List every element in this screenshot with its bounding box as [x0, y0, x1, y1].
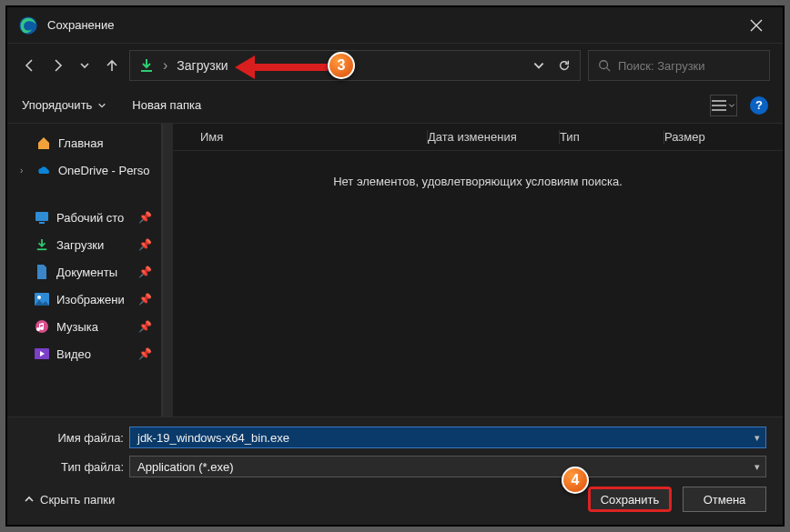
sidebar-item-home[interactable]: Главная: [7, 129, 161, 156]
filename-label: Имя файла:: [49, 431, 124, 445]
sidebar-item-label: Документы: [56, 266, 117, 279]
sidebar-item-label: Загрузки: [56, 238, 104, 252]
filetype-label: Тип файла:: [49, 460, 124, 474]
videos-icon: [35, 346, 49, 361]
toolbar: Упорядочить Новая папка ?: [7, 87, 783, 124]
downloads-icon: [35, 237, 49, 252]
cancel-button[interactable]: Отмена: [683, 487, 766, 512]
hide-folders-toggle[interactable]: Скрыть папки: [24, 493, 115, 507]
pin-icon: 📌: [138, 320, 152, 333]
sidebar-item-pictures[interactable]: Изображени 📌: [7, 286, 161, 313]
nav-forward-button[interactable]: [47, 53, 67, 78]
chevron-down-icon[interactable]: ▾: [755, 461, 760, 473]
new-folder-button[interactable]: Новая папка: [132, 98, 201, 112]
sidebar-item-documents[interactable]: Документы 📌: [7, 258, 161, 286]
footer-row: Скрыть папки Сохранить Отмена: [49, 485, 766, 512]
documents-icon: [35, 265, 49, 279]
filename-row: Имя файла: jdk-19_windows-x64_bin.exe ▾: [49, 427, 766, 448]
column-headers: Имя Дата изменения Тип Размер: [173, 124, 783, 151]
refresh-button[interactable]: [558, 59, 571, 72]
sidebar-item-label: Рабочий сто: [56, 211, 124, 225]
filetype-select[interactable]: Application (*.exe) ▾: [129, 456, 766, 477]
chevron-down-icon[interactable]: ▾: [755, 432, 760, 444]
address-bar[interactable]: › Загрузки: [129, 50, 581, 81]
help-button[interactable]: ?: [750, 96, 768, 115]
sidebar: Главная › OneDrive - Perso Рабочий сто 📌…: [7, 124, 162, 417]
filename-value: jdk-19_windows-x64_bin.exe: [137, 431, 289, 445]
sidebar-item-music[interactable]: Музыка 📌: [7, 313, 161, 340]
svg-point-1: [600, 61, 608, 69]
file-list-area: Имя Дата изменения Тип Размер Нет элемен…: [173, 124, 783, 417]
address-dropdown-icon[interactable]: [532, 59, 545, 72]
svg-rect-3: [39, 222, 45, 224]
home-icon: [36, 136, 51, 150]
organize-label: Упорядочить: [22, 98, 92, 112]
sidebar-item-label: Главная: [58, 136, 103, 150]
search-placeholder: Поиск: Загрузки: [618, 59, 705, 73]
nav-back-button[interactable]: [20, 53, 40, 78]
view-mode-button[interactable]: [710, 95, 737, 116]
expand-icon[interactable]: ›: [20, 166, 29, 176]
organize-menu[interactable]: Упорядочить: [22, 98, 106, 112]
sidebar-item-label: Изображени: [56, 293, 125, 306]
breadcrumb-location[interactable]: Загрузки: [177, 58, 228, 73]
window-title: Сохранение: [47, 18, 115, 32]
svg-point-5: [37, 296, 41, 299]
desktop-icon: [35, 210, 49, 225]
filetype-row: Тип файла: Application (*.exe) ▾: [49, 456, 766, 477]
svg-point-6: [35, 320, 48, 333]
edge-browser-icon: [18, 15, 38, 35]
sidebar-item-videos[interactable]: Видео 📌: [7, 340, 161, 367]
music-icon: [35, 319, 49, 334]
chevron-down-icon: [728, 102, 735, 109]
pictures-icon: [35, 292, 49, 306]
column-name[interactable]: Имя: [200, 130, 428, 144]
column-type[interactable]: Тип: [560, 130, 664, 144]
save-button[interactable]: Сохранить: [588, 487, 672, 512]
titlebar: Сохранение: [7, 7, 783, 44]
pin-icon: 📌: [138, 293, 152, 306]
dialog-body: Главная › OneDrive - Perso Рабочий сто 📌…: [7, 124, 783, 417]
navigation-row: › Загрузки Поиск: Загрузки: [7, 44, 783, 87]
sidebar-item-label: Музыка: [56, 320, 98, 334]
sidebar-item-onedrive[interactable]: › OneDrive - Perso: [7, 156, 161, 184]
nav-up-button[interactable]: [102, 53, 122, 78]
sidebar-item-desktop[interactable]: Рабочий сто 📌: [7, 204, 161, 231]
sidebar-item-label: Видео: [56, 347, 91, 361]
search-icon: [598, 59, 611, 72]
svg-rect-2: [35, 212, 48, 221]
breadcrumb-separator-icon: ›: [163, 57, 167, 74]
filename-input[interactable]: jdk-19_windows-x64_bin.exe ▾: [129, 427, 766, 448]
downloads-folder-icon: [139, 58, 154, 73]
sidebar-scrollbar[interactable]: [162, 124, 173, 417]
hide-folders-label: Скрыть папки: [40, 493, 115, 507]
chevron-up-icon: [24, 494, 35, 505]
pin-icon: 📌: [138, 347, 152, 360]
bottom-panel: Имя файла: jdk-19_windows-x64_bin.exe ▾ …: [7, 417, 783, 525]
onedrive-icon: [36, 163, 51, 177]
chevron-down-icon: [97, 101, 106, 110]
pin-icon: 📌: [138, 211, 152, 224]
nav-recent-dropdown[interactable]: [75, 53, 95, 78]
close-button[interactable]: [741, 15, 772, 35]
save-dialog: Сохранение › Загрузки: [5, 5, 785, 527]
sidebar-item-downloads[interactable]: Загрузки 📌: [7, 231, 161, 258]
search-input[interactable]: Поиск: Загрузки: [588, 50, 770, 81]
column-date[interactable]: Дата изменения: [428, 130, 560, 144]
column-size[interactable]: Размер: [664, 130, 783, 144]
empty-list-message: Нет элементов, удовлетворяющих условиям …: [173, 151, 783, 417]
filetype-value: Application (*.exe): [137, 460, 234, 474]
pin-icon: 📌: [138, 266, 152, 278]
pin-icon: 📌: [138, 238, 152, 251]
sidebar-item-label: OneDrive - Perso: [58, 164, 149, 177]
